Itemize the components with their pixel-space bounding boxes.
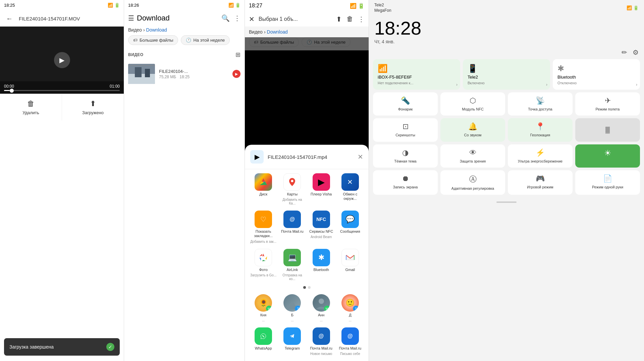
share-app-bluetooth[interactable]: ✱ Bluetooth bbox=[308, 249, 334, 281]
bluetooth-tile-arrow[interactable]: › bbox=[636, 82, 637, 87]
breadcrumb-current[interactable]: Download bbox=[146, 27, 167, 33]
share-app-telegram[interactable]: Telegram bbox=[279, 327, 305, 356]
share-close-button[interactable]: ✕ bbox=[358, 153, 363, 161]
qs-tile-flashlight[interactable]: 🔦 Фонарик bbox=[373, 92, 438, 116]
share-app-messages[interactable]: 💬 Сообщения bbox=[337, 211, 363, 243]
statusbar-qs: Tele2 MegaFon 📶 🔋 bbox=[369, 0, 644, 16]
p3-breadcrumb-current[interactable]: Download bbox=[267, 29, 288, 35]
qs-edit-row: ✏ ⚙ bbox=[369, 48, 644, 59]
breadcrumb-parent[interactable]: Видео bbox=[128, 27, 142, 33]
qs-tile-location[interactable]: 📍 Геолокация bbox=[508, 118, 573, 141]
drive-label: Диск bbox=[259, 192, 267, 196]
share-app-nfc[interactable]: NFC Сервисы NFC Android Beam bbox=[308, 211, 334, 243]
file-item[interactable]: FILE240104-... 75,28 МБ 18:25 ▶ bbox=[124, 61, 245, 87]
status-icons-panel1: 📶 🔋 bbox=[108, 3, 120, 8]
qs-tile-bluetooth[interactable]: ✱ Bluetooth Отключено › bbox=[553, 59, 640, 90]
play-button[interactable]: ▶ bbox=[54, 52, 70, 68]
settings-icon[interactable]: ⚙ bbox=[633, 48, 639, 56]
mobile-tile-arrow[interactable]: › bbox=[546, 82, 547, 87]
share-icon[interactable]: ⬆ bbox=[336, 15, 342, 23]
share-app-photos[interactable]: Фото Загрузить в Go... bbox=[250, 249, 276, 281]
share-app-xender[interactable]: ✕ Обмен с окруж... bbox=[337, 173, 363, 205]
flashlight-label: Фонарик bbox=[398, 107, 413, 111]
tag-icon: 🏷 bbox=[133, 38, 138, 43]
contact-3[interactable]: W Анн ... bbox=[308, 294, 334, 322]
delete-icon[interactable]: 🗑 bbox=[346, 15, 353, 23]
wifi-tile-arrow[interactable]: › bbox=[456, 82, 458, 87]
qs-tile-mobile[interactable]: 📱 Tele2 Включено › bbox=[463, 59, 550, 90]
progress-thumb[interactable] bbox=[10, 89, 14, 93]
contact-name-1: Кня bbox=[260, 313, 266, 317]
uploaded-button[interactable]: ⬆ Загружено bbox=[62, 94, 124, 121]
close-icon[interactable]: ✕ bbox=[249, 15, 255, 23]
qs-tile-one-hand[interactable]: 📄 Режим одной руки bbox=[575, 170, 640, 195]
delete-button[interactable]: 🗑 Удалить bbox=[0, 94, 62, 121]
airlink-sublabel: Отправка на ко... bbox=[279, 273, 305, 281]
more-options-icon[interactable]: ⋮ bbox=[358, 15, 365, 23]
share-app-mailru[interactable]: @ Почта Mail.ru bbox=[279, 211, 305, 243]
list-view-icon[interactable]: ⊞ bbox=[235, 51, 240, 58]
mailru-self-sublabel: Письмо себе bbox=[340, 352, 360, 356]
adaptive-icon: Ⓐ bbox=[469, 174, 477, 184]
contact-1[interactable]: 🌻 W Кня ... bbox=[250, 294, 276, 322]
status-icons-panel3: 📶 🔋 bbox=[350, 3, 365, 9]
screenshot-label: Скриншоты bbox=[395, 133, 415, 137]
telegram-badge-4: T bbox=[353, 306, 359, 312]
whatsapp-label: WhatsApp bbox=[255, 346, 272, 351]
share-app-mailru-self[interactable]: @ Почта Mail.ru Письмо себе bbox=[337, 327, 363, 356]
share-apps-grid: Диск Карты Добавить на Ка... ▶ Плеер Vis… bbox=[245, 171, 369, 208]
qs-tile-screenshot[interactable]: ⊡ Скриншоты bbox=[373, 118, 438, 141]
file-size: 75,28 МБ bbox=[159, 75, 176, 79]
filter-this-week[interactable]: 🕐 На этой неделе bbox=[181, 35, 230, 45]
hotspot-label: Точка доступа bbox=[528, 107, 552, 111]
share-app-bookmarks[interactable]: ♡ Показать закладки... Добавить в зак... bbox=[250, 211, 276, 243]
qs-tile-eye-protection[interactable]: 👁 Защита зрения bbox=[440, 144, 505, 168]
whatsapp-badge-1: W bbox=[266, 306, 272, 312]
bluetooth-tile-icon: ✱ bbox=[557, 64, 635, 73]
brightness-slider-icon: ▓ bbox=[605, 126, 610, 133]
qs-tile-hotspot[interactable]: 📡 Точка доступа bbox=[508, 92, 573, 116]
edit-icon[interactable]: ✏ bbox=[622, 48, 627, 56]
dark-theme-icon: ◑ bbox=[402, 148, 409, 157]
qs-tile-nfc[interactable]: ⬡ Модуль NFC bbox=[440, 92, 505, 116]
bookmarks-sublabel: Добавить в зак... bbox=[250, 240, 276, 243]
contact-2[interactable]: T Б ... bbox=[279, 294, 305, 322]
qs-tile-screen-record[interactable]: ⏺ Запись экрана bbox=[373, 170, 438, 195]
filter-large-files[interactable]: 🏷 Большие файлы bbox=[128, 35, 178, 45]
progress-bar[interactable] bbox=[4, 90, 120, 91]
share-app-drive[interactable]: Диск bbox=[250, 173, 276, 205]
back-button[interactable]: ← bbox=[4, 13, 15, 24]
qs-tile-game-mode[interactable]: 🎮 Игровой режим bbox=[508, 170, 573, 195]
mailru-new-label: Почта Mail.ru bbox=[310, 346, 332, 351]
qs-tile-airplane[interactable]: ✈ Режим полета bbox=[575, 92, 640, 116]
qs-tile-sound[interactable]: 🔔 Со звуком bbox=[440, 118, 505, 141]
selected-bar: ✕ Выбран 1 объ... ⬆ 🗑 ⋮ bbox=[245, 12, 369, 27]
delete-label: Удалить bbox=[22, 110, 39, 115]
contact-4[interactable]: 🙂 T Д ... bbox=[337, 294, 363, 322]
contact-avatar-1: 🌻 W bbox=[255, 294, 272, 312]
photos-sublabel: Загрузить в Go... bbox=[250, 273, 276, 277]
search-icon[interactable]: 🔍 bbox=[221, 14, 230, 22]
breadcrumb-separator: › bbox=[143, 27, 145, 33]
share-app-mailru-new[interactable]: @ Почта Mail.ru Новое письмо bbox=[308, 327, 334, 356]
qs-tile-adaptive[interactable]: Ⓐ Адаптивная регулировка bbox=[440, 170, 505, 195]
breadcrumb-panel2: Видео › Download bbox=[124, 26, 245, 35]
share-app-visha[interactable]: ▶ Плеер Visha bbox=[308, 173, 334, 205]
uploaded-label: Загружено bbox=[82, 110, 104, 115]
more-icon[interactable]: ⋮ bbox=[234, 14, 240, 22]
filter-large-label: Большие файлы bbox=[140, 38, 173, 43]
qs-tile-wifi[interactable]: 📶 iBOX-F5-8EFE6F Нет подключения к... › bbox=[373, 59, 460, 90]
qs-tile-battery-saver[interactable]: ⚡ Ультра энергосбережение bbox=[508, 144, 573, 168]
qs-tile-sun[interactable]: ☀ bbox=[575, 144, 640, 168]
menu-icon[interactable]: ☰ bbox=[128, 14, 134, 22]
gmail-icon bbox=[341, 249, 359, 266]
share-app-airlink[interactable]: 💻 AirLink Отправка на ко... bbox=[279, 249, 305, 281]
share-app-gmail[interactable]: Gmail bbox=[337, 249, 363, 281]
share-app-whatsapp[interactable]: WhatsApp bbox=[250, 327, 276, 356]
qs-tile-dark-theme[interactable]: ◑ Тёмная тема bbox=[373, 144, 438, 168]
p3-breadcrumb-parent[interactable]: Видео bbox=[249, 29, 263, 35]
time-total: 01:00 bbox=[110, 84, 120, 89]
mobile-tile-sub: Включено bbox=[468, 81, 545, 85]
share-app-maps[interactable]: Карты Добавить на Ка... bbox=[279, 173, 305, 205]
qs-tile-brightness[interactable]: ▓ bbox=[575, 118, 640, 141]
